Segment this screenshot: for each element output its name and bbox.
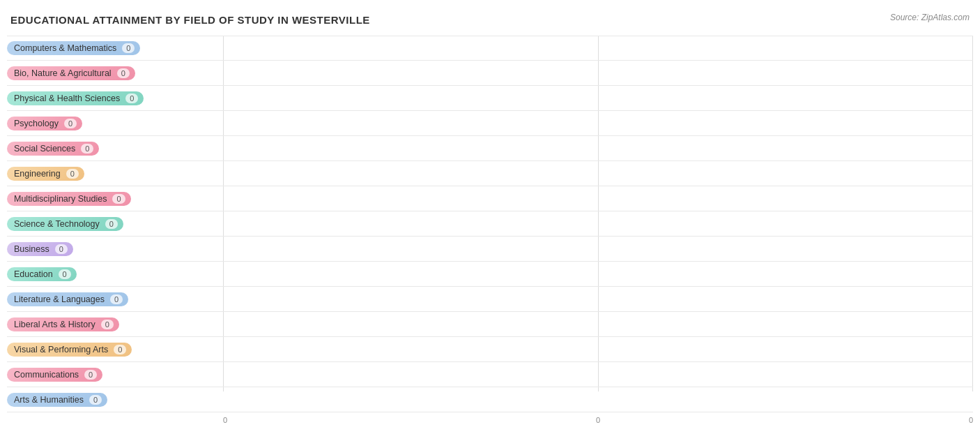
- axis-label-2: 0: [969, 416, 973, 424]
- pill-social: Social Sciences0: [7, 142, 99, 156]
- axis-labels: 0 0 0: [223, 412, 973, 424]
- pill-label-bio: Bio, Nature & Agricultural: [14, 68, 112, 78]
- bar-section-physical: [223, 86, 973, 110]
- pill-badge-liberal: 0: [101, 320, 114, 329]
- pill-label-liberal: Liberal Arts & History: [14, 320, 95, 329]
- pill-education: Education0: [7, 267, 77, 281]
- axis-label-0: 0: [223, 416, 227, 424]
- label-section-education: Education0: [7, 267, 223, 281]
- pill-label-multidisciplinary: Multidisciplinary Studies: [14, 194, 107, 204]
- pill-badge-engineering: 0: [66, 169, 79, 179]
- pill-badge-bio: 0: [117, 68, 130, 78]
- pill-label-psychology: Psychology: [14, 119, 59, 128]
- pill-business: Business0: [7, 242, 73, 256]
- row-literature: Literature & Languages0: [7, 287, 973, 312]
- pill-badge-business: 0: [55, 244, 68, 254]
- pill-literature: Literature & Languages0: [7, 292, 128, 306]
- row-social: Social Sciences0: [7, 136, 973, 161]
- bar-section-literature: [223, 287, 973, 311]
- pill-multidisciplinary: Multidisciplinary Studies0: [7, 192, 131, 206]
- row-business: Business0: [7, 237, 973, 262]
- bar-section-communications: [223, 362, 973, 387]
- label-section-liberal: Liberal Arts & History0: [7, 317, 223, 331]
- pill-label-arts: Arts & Humanities: [14, 395, 84, 405]
- bar-section-bio: [223, 61, 973, 85]
- row-engineering: Engineering0: [7, 161, 973, 186]
- bar-section-multidisciplinary: [223, 186, 973, 211]
- axis-label-1: 0: [596, 416, 600, 424]
- pill-badge-psychology: 0: [64, 119, 77, 128]
- label-section-bio: Bio, Nature & Agricultural0: [7, 66, 223, 80]
- row-computers: Computers & Mathematics0: [7, 36, 973, 61]
- pill-badge-literature: 0: [110, 294, 123, 304]
- row-physical: Physical & Health Sciences0: [7, 86, 973, 111]
- pill-liberal: Liberal Arts & History0: [7, 317, 119, 331]
- row-education: Education0: [7, 262, 973, 287]
- pill-badge-physical: 0: [125, 94, 138, 103]
- label-section-computers: Computers & Mathematics0: [7, 41, 223, 55]
- pill-bio: Bio, Nature & Agricultural0: [7, 66, 135, 80]
- pill-badge-arts: 0: [89, 395, 102, 405]
- label-section-physical: Physical & Health Sciences0: [7, 91, 223, 105]
- label-section-business: Business0: [7, 242, 223, 256]
- row-arts: Arts & Humanities0: [7, 387, 973, 412]
- pill-communications: Communications0: [7, 368, 102, 382]
- pill-label-engineering: Engineering: [14, 169, 61, 179]
- pill-badge-science: 0: [105, 219, 118, 229]
- pill-badge-education: 0: [59, 269, 71, 279]
- label-section-multidisciplinary: Multidisciplinary Studies0: [7, 192, 223, 206]
- row-multidisciplinary: Multidisciplinary Studies0: [7, 186, 973, 211]
- pill-badge-visual: 0: [114, 345, 126, 354]
- pill-label-communications: Communications: [14, 370, 79, 380]
- pill-badge-social: 0: [81, 144, 93, 154]
- pill-label-computers: Computers & Mathematics: [14, 43, 116, 53]
- label-section-psychology: Psychology0: [7, 117, 223, 130]
- label-section-social: Social Sciences0: [7, 142, 223, 156]
- bar-section-arts: [223, 387, 973, 412]
- pill-visual: Visual & Performing Arts0: [7, 343, 132, 357]
- pill-physical: Physical & Health Sciences0: [7, 91, 144, 105]
- pill-label-physical: Physical & Health Sciences: [14, 94, 120, 103]
- label-section-communications: Communications0: [7, 368, 223, 382]
- label-section-science: Science & Technology0: [7, 217, 223, 231]
- pill-engineering: Engineering0: [7, 167, 84, 181]
- pill-badge-communications: 0: [84, 370, 97, 380]
- bar-section-computers: [223, 36, 973, 60]
- chart-container: EDUCATIONAL ATTAINMENT BY FIELD OF STUDY…: [0, 0, 980, 441]
- label-section-literature: Literature & Languages0: [7, 292, 223, 306]
- bar-section-psychology: [223, 111, 973, 135]
- label-section-visual: Visual & Performing Arts0: [7, 343, 223, 357]
- pill-science: Science & Technology0: [7, 217, 123, 231]
- bar-section-visual: [223, 337, 973, 361]
- label-section-engineering: Engineering0: [7, 167, 223, 181]
- bar-section-liberal: [223, 312, 973, 336]
- row-communications: Communications0: [7, 362, 973, 387]
- bar-section-social: [223, 136, 973, 160]
- chart-title: EDUCATIONAL ATTAINMENT BY FIELD OF STUDY…: [10, 14, 973, 26]
- pill-badge-computers: 0: [122, 43, 135, 53]
- pill-computers: Computers & Mathematics0: [7, 41, 140, 55]
- chart-area: Computers & Mathematics0Bio, Nature & Ag…: [7, 36, 973, 412]
- row-visual: Visual & Performing Arts0: [7, 337, 973, 362]
- pill-label-social: Social Sciences: [14, 144, 75, 154]
- pill-badge-multidisciplinary: 0: [112, 194, 125, 204]
- pill-label-visual: Visual & Performing Arts: [14, 345, 108, 354]
- row-bio: Bio, Nature & Agricultural0: [7, 61, 973, 86]
- pill-label-education: Education: [14, 269, 53, 279]
- pill-psychology: Psychology0: [7, 117, 82, 130]
- row-liberal: Liberal Arts & History0: [7, 312, 973, 337]
- bar-section-science: [223, 211, 973, 236]
- pill-label-business: Business: [14, 244, 49, 254]
- row-psychology: Psychology0: [7, 111, 973, 136]
- row-science: Science & Technology0: [7, 211, 973, 237]
- bar-section-engineering: [223, 161, 973, 186]
- bar-section-business: [223, 237, 973, 261]
- pill-label-science: Science & Technology: [14, 219, 100, 229]
- pill-arts: Arts & Humanities0: [7, 393, 107, 407]
- pill-label-literature: Literature & Languages: [14, 294, 105, 304]
- rows-container: Computers & Mathematics0Bio, Nature & Ag…: [7, 36, 973, 412]
- source-label: Source: ZipAtlas.com: [890, 13, 970, 22]
- bar-section-education: [223, 262, 973, 286]
- label-section-arts: Arts & Humanities0: [7, 393, 223, 407]
